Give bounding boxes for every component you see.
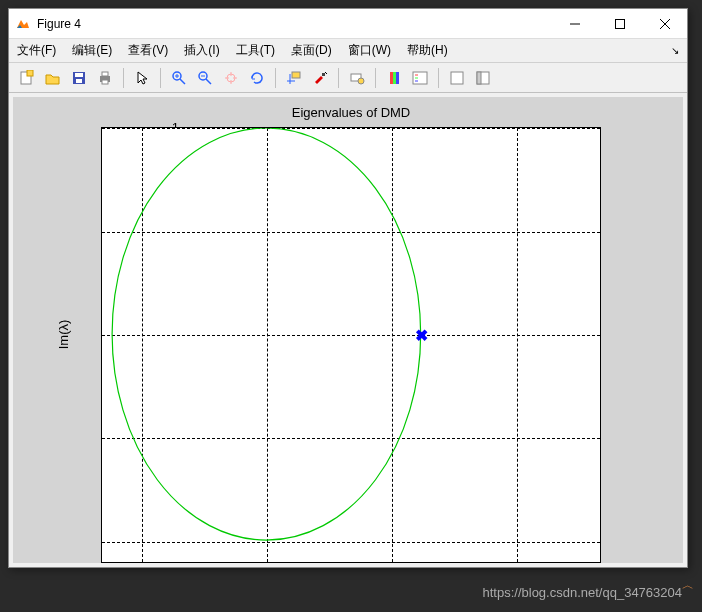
toolbar-separator: [338, 68, 339, 88]
plot-canvas[interactable]: Eigenvalues of DMD Im(λ) 1 0.5 0 -0.5 ✖: [13, 97, 683, 563]
print-button[interactable]: [93, 66, 117, 90]
menu-desktop[interactable]: 桌面(D): [291, 42, 332, 59]
show-tools-button[interactable]: [471, 66, 495, 90]
svg-point-36: [112, 128, 421, 540]
menu-file[interactable]: 文件(F): [17, 42, 56, 59]
hide-tools-button[interactable]: [445, 66, 469, 90]
menu-window[interactable]: 窗口(W): [348, 42, 391, 59]
zoom-in-button[interactable]: [167, 66, 191, 90]
colorbar-button[interactable]: [382, 66, 406, 90]
toolbar-separator: [375, 68, 376, 88]
toolbar-separator: [275, 68, 276, 88]
toolbar-separator: [438, 68, 439, 88]
svg-line-14: [180, 79, 185, 84]
maximize-button[interactable]: [597, 9, 642, 38]
new-figure-button[interactable]: [15, 66, 39, 90]
svg-rect-8: [75, 73, 83, 77]
svg-line-18: [206, 79, 211, 84]
y-axis-label: Im(λ): [56, 320, 71, 350]
save-button[interactable]: [67, 66, 91, 90]
svg-rect-12: [102, 80, 108, 84]
svg-rect-28: [396, 72, 399, 84]
svg-rect-27: [393, 72, 396, 84]
toolbar-separator: [160, 68, 161, 88]
link-button[interactable]: [345, 66, 369, 90]
titlebar: Figure 4: [9, 9, 687, 39]
figure-window: Figure 4 文件(F) 编辑(E) 查看(V) 插入(I) 工具(T) 桌…: [8, 8, 688, 568]
toolbar: [9, 63, 687, 93]
menu-edit[interactable]: 编辑(E): [72, 42, 112, 59]
svg-rect-33: [451, 72, 463, 84]
plot-title: Eigenvalues of DMD: [101, 105, 601, 120]
menu-view[interactable]: 查看(V): [128, 42, 168, 59]
watermark-text: https://blog.csdn.net/qq_34763204: [483, 585, 683, 600]
rotate-button[interactable]: [245, 66, 269, 90]
menu-overflow-icon[interactable]: ↘: [671, 45, 679, 56]
pointer-button[interactable]: [130, 66, 154, 90]
legend-button[interactable]: [408, 66, 432, 90]
eigenvalue-marker: ✖: [415, 326, 428, 345]
unit-circle: [102, 128, 600, 562]
window-title: Figure 4: [37, 17, 552, 31]
svg-rect-11: [102, 72, 108, 76]
zoom-out-button[interactable]: [193, 66, 217, 90]
svg-rect-9: [76, 79, 82, 83]
axes: ✖: [101, 127, 601, 563]
watermark-arrow-icon: ︿: [682, 577, 694, 594]
open-button[interactable]: [41, 66, 65, 90]
svg-rect-2: [615, 19, 624, 28]
svg-rect-20: [292, 72, 300, 78]
close-button[interactable]: [642, 9, 687, 38]
minimize-button[interactable]: [552, 9, 597, 38]
menu-tools[interactable]: 工具(T): [236, 42, 275, 59]
svg-rect-35: [477, 72, 481, 84]
brush-button[interactable]: [308, 66, 332, 90]
svg-rect-26: [390, 72, 393, 84]
pan-button[interactable]: [219, 66, 243, 90]
data-cursor-button[interactable]: [282, 66, 306, 90]
svg-rect-23: [322, 73, 325, 76]
toolbar-separator: [123, 68, 124, 88]
menu-insert[interactable]: 插入(I): [184, 42, 219, 59]
matlab-icon: [15, 16, 31, 32]
menubar: 文件(F) 编辑(E) 查看(V) 插入(I) 工具(T) 桌面(D) 窗口(W…: [9, 39, 687, 63]
svg-point-25: [358, 78, 364, 84]
menu-help[interactable]: 帮助(H): [407, 42, 448, 59]
svg-rect-6: [27, 70, 33, 76]
